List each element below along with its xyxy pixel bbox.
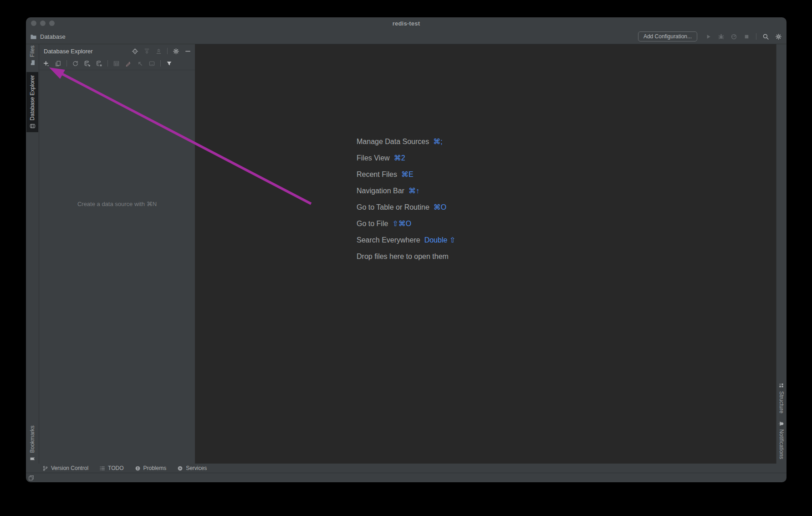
toolbar-separator	[160, 60, 161, 67]
toolwindow-button-label: Version Control	[51, 465, 88, 471]
stripe-tab-database-explorer[interactable]: Database Explorer	[26, 72, 38, 132]
status-bar	[26, 473, 786, 482]
toolbar-separator	[167, 48, 168, 54]
right-toolwindow-stripe: Structure Notifications	[776, 44, 786, 464]
git-branch-icon	[42, 465, 48, 471]
panel-toolbar	[39, 57, 195, 70]
shortcut-hint-row: Go to Table or Routine ⌘O	[357, 199, 455, 216]
stripe-tab-label: Database Explorer	[29, 75, 36, 120]
database-icon	[30, 123, 36, 129]
toolwindow-button-version-control[interactable]: Version Control	[42, 465, 88, 471]
run-toolbar: Add Configuration...	[638, 31, 782, 41]
shortcut-keys: ⌘;	[433, 134, 442, 150]
jump-to-console-icon[interactable]	[137, 60, 143, 67]
toolbar-separator	[756, 33, 756, 40]
folder-icon	[30, 60, 36, 66]
toolwindow-switcher-icon[interactable]	[28, 475, 34, 481]
maximize-button[interactable]	[49, 21, 55, 26]
toolwindow-button-services[interactable]: Services	[177, 465, 207, 471]
breadcrumb-database[interactable]: Database	[40, 33, 66, 40]
shortcut-label: Manage Data Sources	[357, 134, 429, 150]
run-icon[interactable]	[705, 33, 712, 40]
services-icon	[177, 465, 183, 471]
expand-all-icon[interactable]	[143, 48, 150, 55]
problems-icon	[135, 465, 141, 471]
stripe-tab-bookmarks[interactable]: Bookmarks	[26, 423, 38, 464]
new-data-source-icon[interactable]	[43, 60, 50, 67]
toolwindow-button-label: TODO	[108, 465, 123, 471]
refresh-icon[interactable]	[72, 60, 79, 67]
toolbar-separator	[66, 60, 67, 67]
stripe-tab-label: Files	[29, 46, 36, 57]
debug-icon[interactable]	[718, 33, 725, 40]
minimize-button[interactable]	[40, 21, 46, 26]
window-title: redis-test	[26, 20, 786, 27]
navigation-bar: Database Add Configuration...	[26, 29, 786, 44]
bottom-toolwindow-bar: Version Control TODO Proble	[26, 464, 786, 473]
filter-funnel-icon[interactable]	[166, 60, 173, 67]
stop-icon[interactable]	[743, 33, 750, 40]
stripe-tab-files[interactable]: Files	[26, 42, 38, 69]
shortcut-hint-row: Manage Data Sources ⌘;	[357, 134, 455, 150]
shortcut-keys: ⇧⌘O	[392, 216, 411, 232]
profiler-icon[interactable]	[730, 33, 737, 40]
dump-data-source-icon[interactable]	[96, 60, 102, 67]
panel-header: Database Explorer	[39, 44, 195, 57]
shortcut-keys: ⌘E	[401, 166, 414, 183]
shortcut-label: Drop files here to open them	[357, 248, 449, 265]
toolwindow-button-problems[interactable]: Problems	[135, 465, 167, 471]
shortcut-hint-row: Search Everywhere Double ⇧	[357, 232, 455, 248]
shortcut-hint-row: Drop files here to open them	[357, 248, 455, 265]
shortcut-keys: ⌘↑	[409, 183, 419, 199]
titlebar: redis-test	[26, 17, 786, 29]
console-icon[interactable]	[148, 60, 155, 67]
todo-list-icon	[99, 465, 105, 471]
database-explorer-panel: Database Explorer	[39, 44, 195, 464]
breadcrumbs[interactable]: Database	[30, 33, 66, 40]
data-source-properties-icon[interactable]	[84, 60, 91, 67]
shortcut-label: Go to Table or Routine	[357, 199, 429, 216]
toolwindow-button-label: Services	[186, 465, 207, 471]
shortcut-keys: ⌘O	[434, 199, 446, 216]
stripe-tab-label: Bookmarks	[29, 425, 36, 453]
search-icon[interactable]	[762, 33, 769, 40]
stripe-tab-label: Notifications	[778, 429, 785, 459]
add-configuration-button[interactable]: Add Configuration...	[638, 31, 697, 41]
locate-icon[interactable]	[132, 48, 138, 55]
shortcut-label: Go to File	[357, 216, 388, 232]
shortcut-label: Files View	[357, 150, 390, 166]
duplicate-icon[interactable]	[55, 60, 61, 67]
shortcut-hint-row: Go to File ⇧⌘O	[357, 216, 455, 232]
stripe-tab-label: Structure	[778, 391, 785, 413]
edit-pencil-icon[interactable]	[125, 60, 132, 67]
stripe-tab-notifications[interactable]: Notifications	[776, 416, 786, 464]
toolwindow-button-label: Problems	[143, 465, 167, 471]
stripe-tab-structure[interactable]: Structure	[776, 381, 786, 415]
ide-window: redis-test Database Add Configuration...	[26, 17, 786, 482]
panel-title: Database Explorer	[44, 48, 93, 55]
toolwindow-button-todo[interactable]: TODO	[99, 465, 123, 471]
collapse-all-icon[interactable]	[155, 48, 162, 55]
close-button[interactable]	[31, 21, 36, 26]
hide-panel-icon[interactable]	[184, 48, 191, 55]
shortcut-label: Search Everywhere	[357, 232, 420, 248]
empty-data-source-hint: Create a data source with ⌘N	[39, 201, 195, 207]
traffic-lights	[31, 17, 55, 29]
bookmark-icon	[30, 456, 36, 462]
shortcut-hint-row: Recent Files ⌘E	[357, 166, 455, 183]
bell-icon	[779, 421, 785, 427]
shortcut-keys: ⌘2	[394, 150, 405, 166]
shortcut-label: Recent Files	[357, 166, 397, 183]
toolbar-separator	[107, 60, 108, 67]
table-icon[interactable]	[113, 60, 120, 67]
shortcut-keys: Double ⇧	[424, 232, 456, 248]
panel-settings-gear-icon[interactable]	[173, 48, 179, 55]
left-toolwindow-stripe: Files Database Explorer Bookmarks	[26, 44, 39, 464]
shortcut-hints: Manage Data Sources ⌘; Files View ⌘2 Rec…	[357, 134, 455, 265]
editor-area: Manage Data Sources ⌘; Files View ⌘2 Rec…	[195, 44, 776, 464]
structure-icon	[779, 382, 785, 388]
shortcut-hint-row: Navigation Bar ⌘↑	[357, 183, 455, 199]
shortcut-hint-row: Files View ⌘2	[357, 150, 455, 166]
shortcut-label: Navigation Bar	[357, 183, 404, 199]
settings-gear-icon[interactable]	[775, 33, 782, 40]
